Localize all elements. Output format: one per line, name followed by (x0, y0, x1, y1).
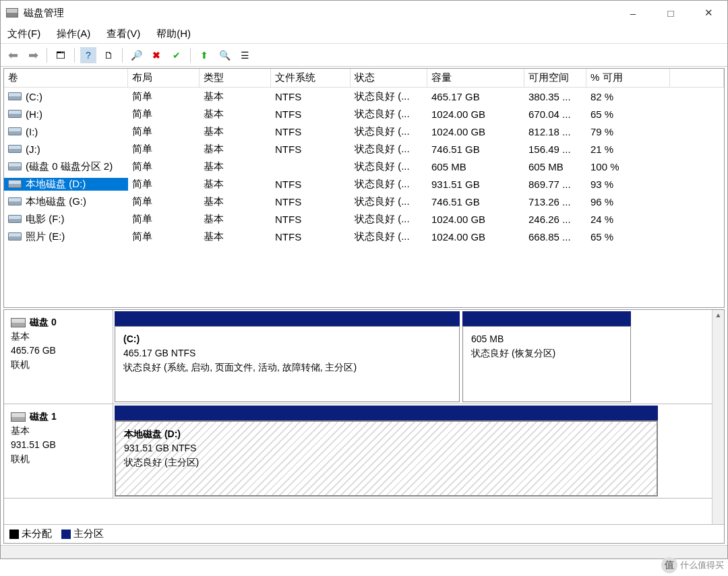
find-icon[interactable]: 🔍 (216, 47, 233, 63)
check-icon[interactable]: ✔ (169, 47, 185, 63)
window-controls: – □ ✕ (614, 1, 727, 25)
disk-label[interactable]: 磁盘 0基本465.76 GB联机 (4, 310, 113, 404)
volume-capacity: 1024.00 GB (427, 108, 524, 120)
disk-icon (11, 318, 26, 327)
window-title: 磁盘管理 (24, 7, 614, 20)
volume-layout: 简单 (128, 108, 200, 121)
volume-row[interactable]: (磁盘 0 磁盘分区 2)简单基本状态良好 (...605 MB605 MB10… (4, 158, 724, 175)
volume-type: 基本 (200, 213, 271, 226)
volume-layout: 简单 (128, 178, 200, 191)
disk-icon (8, 92, 22, 100)
partition[interactable]: 605 MB状态良好 (恢复分区) (462, 311, 631, 402)
volume-type: 基本 (200, 143, 271, 156)
forward-button[interactable]: ➡ (25, 47, 41, 63)
col-volume[interactable]: 卷 (4, 69, 128, 87)
volume-fs: NTFS (271, 196, 351, 207)
help-icon[interactable]: ? (80, 47, 96, 63)
app-icon (6, 8, 18, 18)
volume-capacity: 1024.00 GB (427, 214, 524, 225)
volume-pct: 65 % (586, 108, 670, 120)
scroll-up-icon[interactable]: ▲ (715, 310, 722, 320)
partition-box[interactable]: (C:)465.17 GB NTFS状态良好 (系统, 启动, 页面文件, 活动… (115, 326, 460, 402)
volume-type: 基本 (200, 160, 271, 173)
legend-bar: 未分配 主分区 (4, 524, 724, 543)
volume-pct: 93 % (586, 179, 670, 190)
volume-row[interactable]: (I:)简单基本NTFS状态良好 (...1024.00 GB812.18 ..… (4, 123, 724, 140)
vertical-scrollbar[interactable]: ▲ ▼ (712, 310, 724, 543)
watermark: 值 什么值得买 (661, 557, 724, 573)
volume-row[interactable]: (H:)简单基本NTFS状态良好 (...1024.00 GB670.04 ..… (4, 105, 724, 123)
toolbar-separator (122, 48, 123, 63)
menu-view[interactable]: 查看(V) (104, 26, 143, 42)
up-icon[interactable]: ⬆ (196, 47, 212, 63)
volume-type: 基本 (200, 178, 271, 191)
col-type[interactable]: 类型 (200, 69, 271, 87)
volume-list-body[interactable]: (C:)简单基本NTFS状态良好 (...465.17 GB380.35 ...… (4, 88, 724, 307)
volume-status: 状态良好 (... (351, 178, 427, 191)
volume-pct: 24 % (586, 214, 670, 225)
minimize-button[interactable]: – (614, 1, 652, 25)
col-spacer (670, 69, 724, 87)
watermark-text: 什么值得买 (680, 559, 724, 571)
toolbar-separator (47, 48, 47, 63)
delete-icon[interactable]: ✖ (148, 47, 164, 63)
refresh-icon[interactable]: 🔎 (128, 47, 144, 63)
col-capacity[interactable]: 容量 (427, 69, 524, 87)
volume-free: 670.04 ... (524, 108, 586, 120)
volume-type: 基本 (200, 195, 271, 208)
volume-layout: 简单 (128, 160, 200, 173)
volume-fs: NTFS (271, 214, 351, 225)
disk-graphic-scroll[interactable]: 磁盘 0基本465.76 GB联机(C:)465.17 GB NTFS状态良好 … (4, 310, 724, 524)
col-layout[interactable]: 布局 (128, 69, 200, 87)
volume-row[interactable]: 照片 (E:)简单基本NTFS状态良好 (...1024.00 GB668.85… (4, 228, 724, 245)
volume-free: 668.85 ... (524, 231, 586, 243)
volume-row[interactable]: 电影 (F:)简单基本NTFS状态良好 (...1024.00 GB246.26… (4, 210, 724, 228)
volume-capacity: 1024.00 GB (427, 126, 524, 137)
disk-icon (8, 127, 22, 135)
legend-primary: 主分区 (61, 527, 104, 540)
properties-icon[interactable]: 🗋 (100, 47, 117, 63)
back-button[interactable]: ⬅ (5, 47, 21, 63)
volume-free: 605 MB (524, 161, 586, 172)
volume-name: 照片 (E:) (26, 230, 65, 243)
volume-free: 246.26 ... (524, 214, 586, 225)
volume-row[interactable]: 本地磁盘 (G:)简单基本NTFS状态良好 (...746.51 GB713.2… (4, 193, 724, 210)
disk-label[interactable]: 磁盘 1基本931.51 GB联机 (4, 404, 113, 498)
col-fs[interactable]: 文件系统 (271, 69, 351, 87)
menubar: 文件(F) 操作(A) 查看(V) 帮助(H) (1, 25, 727, 44)
volume-capacity: 605 MB (427, 161, 524, 172)
volume-fs: NTFS (271, 231, 351, 243)
disk-partitions: (C:)465.17 GB NTFS状态良好 (系统, 启动, 页面文件, 活动… (113, 310, 712, 404)
partition-box[interactable]: 本地磁盘 (D:)931.51 GB NTFS状态良好 (主分区) (115, 420, 658, 497)
show-hide-console-icon[interactable]: 🗔 (53, 47, 69, 63)
volume-name: (磁盘 0 磁盘分区 2) (26, 160, 113, 173)
volume-type: 基本 (200, 125, 271, 138)
disk-size: 465.76 GB (11, 344, 106, 358)
col-pct[interactable]: % 可用 (586, 69, 670, 87)
volume-row[interactable]: (C:)简单基本NTFS状态良好 (...465.17 GB380.35 ...… (4, 88, 724, 105)
partition-box[interactable]: 605 MB状态良好 (恢复分区) (462, 326, 631, 402)
volume-fs: NTFS (271, 108, 351, 120)
volume-row[interactable]: 本地磁盘 (D:)简单基本NTFS状态良好 (...931.51 GB869.7… (4, 175, 724, 193)
volume-name: (J:) (26, 143, 40, 155)
partition-size: 465.17 GB NTFS (123, 346, 451, 360)
close-button[interactable]: ✕ (690, 1, 727, 25)
menu-help[interactable]: 帮助(H) (154, 26, 193, 42)
menu-action[interactable]: 操作(A) (54, 26, 93, 42)
col-status[interactable]: 状态 (351, 69, 427, 87)
disk-partitions: 本地磁盘 (D:)931.51 GB NTFS状态良好 (主分区) (113, 404, 712, 498)
col-free[interactable]: 可用空间 (524, 69, 586, 87)
volume-name: (C:) (26, 91, 42, 102)
volume-row[interactable]: (J:)简单基本NTFS状态良好 (...746.51 GB156.49 ...… (4, 140, 724, 158)
volume-fs: NTFS (271, 126, 351, 137)
volume-pct: 65 % (586, 231, 670, 243)
volume-capacity: 931.51 GB (427, 179, 524, 190)
partition[interactable]: 本地磁盘 (D:)931.51 GB NTFS状态良好 (主分区) (115, 406, 658, 497)
list-icon[interactable]: ☰ (237, 47, 253, 63)
partition-header (115, 311, 460, 326)
partition[interactable]: (C:)465.17 GB NTFS状态良好 (系统, 启动, 页面文件, 活动… (115, 311, 460, 402)
volume-layout: 简单 (128, 213, 200, 226)
menu-file[interactable]: 文件(F) (5, 26, 43, 42)
legend-unallocated: 未分配 (9, 527, 52, 540)
maximize-button[interactable]: □ (652, 1, 690, 25)
